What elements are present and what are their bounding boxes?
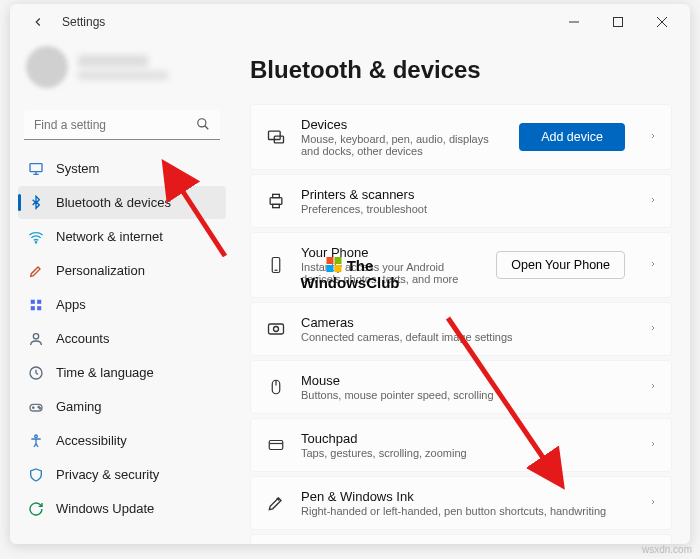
card-subtitle: Preferences, troubleshoot: [301, 203, 625, 215]
card-subtitle: Mouse, keyboard, pen, audio, displays an…: [301, 133, 505, 157]
card-subtitle: Instantly access your Android device's p…: [301, 261, 482, 285]
sidebar-item-system[interactable]: System: [18, 152, 226, 185]
chevron-right-icon: [649, 130, 657, 145]
svg-point-20: [39, 407, 40, 408]
sidebar-item-label: Network & internet: [56, 229, 163, 244]
card-icon: [265, 318, 287, 340]
card-icon: [265, 126, 287, 148]
sidebar-item-label: Windows Update: [56, 501, 154, 516]
card-printers-scanners[interactable]: Printers & scannersPreferences, troubles…: [250, 174, 672, 228]
card-text: MouseButtons, mouse pointer speed, scrol…: [301, 373, 625, 401]
open-your-phone-button[interactable]: Open Your Phone: [496, 251, 625, 279]
sidebar-item-gaming[interactable]: Gaming: [18, 390, 226, 423]
svg-rect-6: [30, 163, 42, 171]
card-touchpad[interactable]: TouchpadTaps, gestures, scrolling, zoomi…: [250, 418, 672, 472]
card-list: DevicesMouse, keyboard, pen, audio, disp…: [250, 104, 672, 544]
card-icon: [265, 190, 287, 212]
page-title: Bluetooth & devices: [250, 40, 672, 104]
maximize-button[interactable]: [596, 7, 640, 37]
sidebar-item-label: Time & language: [56, 365, 154, 380]
sidebar-item-label: Accessibility: [56, 433, 127, 448]
sidebar-item-accessibility[interactable]: Accessibility: [18, 424, 226, 457]
card-subtitle: Taps, gestures, scrolling, zooming: [301, 447, 625, 459]
sidebar-item-personalization[interactable]: Personalization: [18, 254, 226, 287]
svg-rect-33: [269, 441, 283, 450]
profile[interactable]: [18, 40, 226, 104]
card-title: Pen & Windows Ink: [301, 489, 625, 504]
sidebar-item-time[interactable]: Time & language: [18, 356, 226, 389]
card-subtitle: Buttons, mouse pointer speed, scrolling: [301, 389, 625, 401]
privacy-icon: [28, 467, 44, 483]
card-text: Pen & Windows InkRight-handed or left-ha…: [301, 489, 625, 517]
svg-point-30: [274, 327, 279, 332]
card-icon: [265, 376, 287, 398]
chevron-right-icon: [649, 322, 657, 337]
svg-point-9: [35, 241, 36, 242]
maximize-icon: [613, 17, 623, 27]
card-icon: [265, 434, 287, 456]
main: Bluetooth & devices DevicesMouse, keyboa…: [232, 40, 690, 544]
card-devices[interactable]: DevicesMouse, keyboard, pen, audio, disp…: [250, 104, 672, 170]
apps-icon: [28, 297, 44, 313]
sidebar-item-network[interactable]: Network & internet: [18, 220, 226, 253]
add-device-button[interactable]: Add device: [519, 123, 625, 151]
card-icon: [265, 492, 287, 514]
sidebar-item-label: Accounts: [56, 331, 109, 346]
accounts-icon: [28, 331, 44, 347]
card-title: Your Phone: [301, 245, 482, 260]
chevron-right-icon: [649, 438, 657, 453]
card-title: Printers & scanners: [301, 187, 625, 202]
profile-text: [78, 55, 168, 80]
card-autoplay[interactable]: AutoPlayDefaults for removable drives an…: [250, 534, 672, 544]
window-title: Settings: [62, 15, 105, 29]
card-your-phone[interactable]: Your PhoneInstantly access your Android …: [250, 232, 672, 298]
svg-rect-11: [37, 299, 41, 303]
card-mouse[interactable]: MouseButtons, mouse pointer speed, scrol…: [250, 360, 672, 414]
card-text: DevicesMouse, keyboard, pen, audio, disp…: [301, 117, 505, 157]
search-icon: [196, 117, 210, 134]
sidebar-item-label: Personalization: [56, 263, 145, 278]
card-text: CamerasConnected cameras, default image …: [301, 315, 625, 343]
card-title: Devices: [301, 117, 505, 132]
personalization-icon: [28, 263, 44, 279]
sidebar-item-update[interactable]: Windows Update: [18, 492, 226, 525]
network-icon: [28, 229, 44, 245]
gaming-icon: [28, 399, 44, 415]
accessibility-icon: [28, 433, 44, 449]
svg-point-21: [35, 435, 38, 438]
card-subtitle: Right-handed or left-handed, pen button …: [301, 505, 625, 517]
back-arrow-icon: [31, 15, 45, 29]
chevron-right-icon: [649, 380, 657, 395]
card-text: TouchpadTaps, gestures, scrolling, zoomi…: [301, 431, 625, 459]
card-cameras[interactable]: CamerasConnected cameras, default image …: [250, 302, 672, 356]
close-button[interactable]: [640, 7, 684, 37]
card-pen-windows-ink[interactable]: Pen & Windows InkRight-handed or left-ha…: [250, 476, 672, 530]
sidebar-item-label: Gaming: [56, 399, 102, 414]
sidebar: SystemBluetooth & devicesNetwork & inter…: [10, 40, 232, 544]
sidebar-item-apps[interactable]: Apps: [18, 288, 226, 321]
time-icon: [28, 365, 44, 381]
update-icon: [28, 501, 44, 517]
card-title: Mouse: [301, 373, 625, 388]
titlebar: Settings: [10, 4, 690, 40]
chevron-right-icon: [649, 258, 657, 273]
sidebar-item-accounts[interactable]: Accounts: [18, 322, 226, 355]
sidebar-item-label: Bluetooth & devices: [56, 195, 171, 210]
sidebar-item-bluetooth[interactable]: Bluetooth & devices: [18, 186, 226, 219]
window-controls: [552, 7, 684, 37]
footer-credit: wsxdn.com: [642, 544, 692, 555]
back-button[interactable]: [24, 8, 52, 36]
search-input[interactable]: [24, 110, 220, 140]
chevron-right-icon: [649, 194, 657, 209]
settings-window: Settings SystemBluetooth & devi: [10, 4, 690, 544]
svg-line-5: [205, 126, 209, 130]
card-title: Cameras: [301, 315, 625, 330]
svg-rect-12: [31, 306, 35, 310]
nav: SystemBluetooth & devicesNetwork & inter…: [18, 152, 226, 525]
minimize-icon: [569, 17, 579, 27]
avatar: [26, 46, 68, 88]
sidebar-item-label: Privacy & security: [56, 467, 159, 482]
sidebar-item-privacy[interactable]: Privacy & security: [18, 458, 226, 491]
minimize-button[interactable]: [552, 7, 596, 37]
bluetooth-icon: [28, 195, 44, 211]
